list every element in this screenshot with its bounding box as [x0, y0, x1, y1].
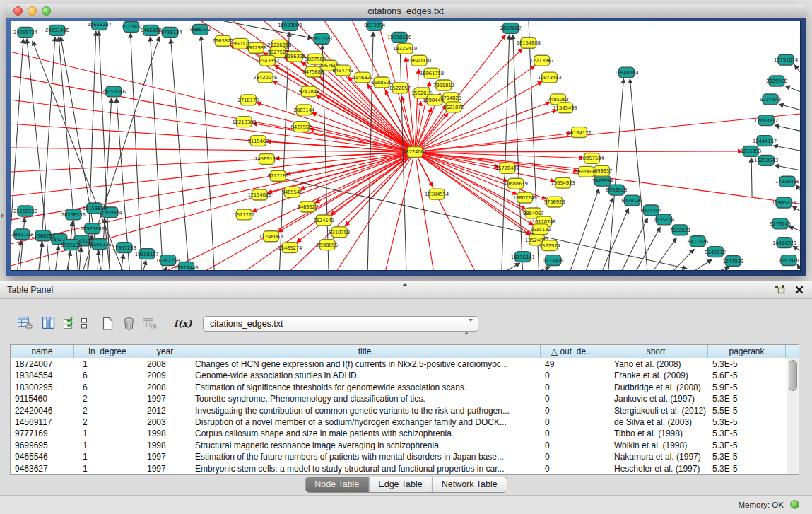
network-view-frame: 2405572420691406106532871527802846616010… [6, 18, 806, 276]
graph-node-label: 1615132 [530, 227, 551, 233]
close-panel-icon[interactable] [795, 286, 804, 294]
graph-node-label: 6794028 [440, 95, 461, 101]
column-header-year[interactable]: year [141, 345, 189, 358]
table-cell: Changes of HCN gene expression and I(f) … [189, 358, 541, 370]
table-cell: 2008 [141, 382, 189, 393]
table-cell: 0 [541, 440, 604, 451]
table-cell: 1997 [141, 451, 189, 462]
table-panel-header[interactable]: Table Panel [0, 281, 812, 299]
import-table-icon[interactable] [143, 317, 157, 331]
table-row[interactable]: 969969511998Structural magnetic resonanc… [11, 440, 799, 451]
table-cell: Genome-wide association studies in ADHD. [189, 370, 541, 381]
delete-table-icon[interactable] [123, 317, 135, 331]
table-cell: 0 [541, 416, 604, 428]
table-cell: 2 [74, 393, 141, 404]
table-cell: 5.3E-5 [708, 463, 786, 474]
function-builder-icon[interactable]: f(x) [174, 317, 192, 331]
table-row[interactable]: 1830029562008Estimation of significance … [11, 382, 799, 393]
table-row[interactable]: 946554611997Estimation of the future num… [11, 451, 799, 462]
tab-network-table[interactable]: Network Table [432, 477, 507, 492]
graph-node-label: 16782759 [156, 258, 180, 264]
window-titlebar[interactable]: citations_edges.txt [6, 4, 806, 19]
memory-status-icon[interactable] [790, 500, 799, 509]
column-header-short[interactable]: short [604, 345, 708, 358]
table-cell: 2008 [141, 358, 189, 370]
graph-node-label: 10973493 [538, 75, 562, 81]
tab-edge-table[interactable]: Edge Table [368, 477, 431, 492]
graph-node-label: 11568293 [31, 233, 55, 239]
column-header-name[interactable]: name [11, 345, 74, 358]
column-header-out_de[interactable]: △ out_de... [541, 345, 604, 358]
table-header-row: namein_degreeyeartitle△ out_de...shortpa… [11, 345, 799, 358]
graph-node-label: 14569117 [254, 156, 278, 162]
table-row[interactable]: 977716911998Corpus callosum shape and si… [11, 428, 799, 439]
graph-node-label: 17310456 [775, 179, 799, 185]
show-columns-icon[interactable] [42, 317, 56, 331]
table-options-icon[interactable] [18, 317, 33, 331]
table-cell: 1 [74, 463, 141, 474]
select-all-rows-icon[interactable] [64, 317, 76, 331]
float-panel-icon[interactable] [775, 285, 785, 294]
graph-node-label: 2803144 [293, 107, 314, 113]
table-cell: 0 [541, 451, 604, 462]
citation-network-graph[interactable]: 2405572420691406106532871527802846616010… [11, 21, 800, 270]
graph-node-label: 2935114 [653, 217, 674, 223]
graph-node-label: 7955812 [433, 83, 454, 88]
table-cell: 0 [541, 382, 604, 393]
table-cell: de Silva et al. (2003) [604, 416, 708, 428]
table-row[interactable]: 2242004622012Investigating the contribut… [11, 405, 799, 416]
graph-node-label: 11545498 [553, 105, 577, 111]
node-table[interactable]: namein_degreeyeartitle△ out_de...shortpa… [10, 344, 799, 475]
graph-node-label: 9884067 [523, 211, 544, 216]
graph-node-label: 8471876 [687, 239, 708, 245]
vertical-scrollbar[interactable] [787, 358, 799, 474]
table-cell: 2 [74, 416, 141, 428]
table-cell: 5.3E-5 [708, 393, 786, 404]
graph-node-label: 16961758 [420, 71, 444, 76]
graph-node-label: 13325419 [393, 46, 417, 52]
table-row[interactable]: 1456911722003Disruption of a novel membe… [11, 416, 799, 428]
network-view-window[interactable]: citations_edges.txt 24055724206914061065… [6, 4, 806, 276]
minimize-window-button[interactable] [28, 6, 37, 16]
table-row[interactable]: 911546021997Tourette syndrome. Phenomeno… [11, 393, 799, 404]
table-cell: 5.3E-5 [708, 440, 786, 451]
graph-node-label: 6479197 [622, 198, 643, 204]
table-cell: 9465546 [11, 451, 74, 462]
table-cell: 1997 [141, 463, 189, 474]
table-cell: Estimation of significance thresholds fo… [189, 382, 541, 393]
graph-node-label: 12213967 [530, 58, 554, 64]
splitter-collapse-icon[interactable] [402, 283, 408, 286]
table-cell: 1 [74, 428, 141, 439]
graph-node-label: 1621072 [443, 105, 464, 110]
table-cell: 18300295 [11, 382, 74, 393]
column-header-title[interactable]: title [189, 345, 541, 358]
zoom-window-button[interactable] [42, 6, 51, 16]
table-panel-title: Table Panel [7, 285, 53, 295]
graph-node-label: 20691406 [45, 28, 69, 33]
table-row[interactable]: 1872400712008Changes of HCN gene express… [11, 358, 799, 370]
column-header-pagerank[interactable]: pagerank [708, 345, 786, 358]
graph-node-label: 1521222 [234, 212, 255, 218]
table-selector-dropdown[interactable]: citations_edges.txt [203, 316, 478, 332]
graph-node-label: 9777169 [267, 173, 288, 179]
close-window-button[interactable] [13, 6, 23, 16]
tab-node-table[interactable]: Node Table [305, 477, 368, 492]
new-table-icon[interactable] [102, 317, 114, 331]
scrollbar-thumb[interactable] [789, 360, 797, 391]
graph-node-label: 16648784 [614, 70, 639, 76]
network-canvas[interactable]: 2405572420691406106532871527802846616010… [11, 21, 801, 271]
graph-node-label: 2522974 [539, 243, 560, 249]
graph-node-label: 23420046 [253, 75, 277, 81]
table-cell: 2009 [141, 370, 189, 381]
table-cell: 49 [541, 358, 604, 370]
graph-node-label: 7857223 [311, 36, 332, 42]
table-row[interactable]: 946362711997Embryonic stem cells: a mode… [11, 463, 799, 474]
clear-selection-icon[interactable] [81, 317, 88, 331]
graph-node-label: 9463627 [297, 204, 318, 210]
graph-node-label: 17957233 [112, 245, 136, 251]
table-row[interactable]: 1938455462009Genome-wide association stu… [11, 370, 799, 381]
graph-node-label: 9329966 [766, 78, 787, 84]
graph-node-label: 19384554 [425, 192, 449, 197]
column-header-in_degree[interactable]: in_degree [74, 345, 141, 358]
table-cell: 6 [74, 370, 141, 381]
